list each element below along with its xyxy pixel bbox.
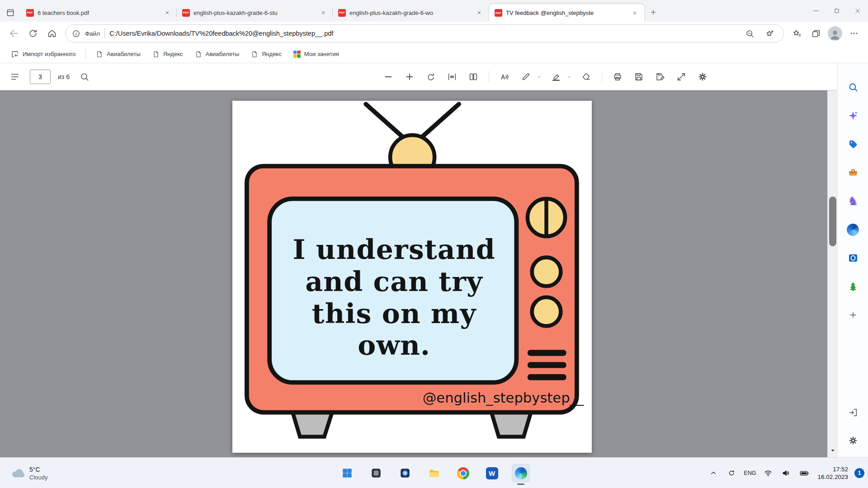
sidebar-panel-toggle-icon[interactable] [843,402,863,423]
pdf-file-icon: PDF [26,9,34,17]
chrome-icon[interactable] [454,464,472,482]
favorites-bar: Импорт избранного Авиабилеты Яндекс Авиа… [0,45,868,63]
tray-chevron-up-icon[interactable] [707,465,720,481]
fit-to-width-button[interactable] [444,69,460,84]
toolbox-icon[interactable] [843,162,863,183]
collections-button[interactable] [807,24,826,43]
favorites-hub-button[interactable] [788,24,807,43]
word-icon[interactable]: W [483,464,501,482]
tab-1[interactable]: PDF 6 teachers book.pdf [21,4,177,22]
profile-avatar[interactable] [826,24,844,43]
wifi-icon[interactable] [761,465,775,481]
close-window-button[interactable] [847,0,868,22]
print-button[interactable] [610,69,625,84]
save-as-button[interactable] [652,69,668,84]
new-tab-button[interactable] [645,4,662,21]
vertical-scrollbar[interactable] [827,63,837,457]
outlook-icon[interactable] [843,248,863,268]
toc-menu-icon[interactable] [7,69,23,84]
tab-close-icon[interactable] [163,9,171,17]
favorite-moi-zanyatiya[interactable]: Мои занятия [289,48,344,60]
highlighter-options-chevron-icon[interactable] [566,70,573,83]
sidebar-add-icon[interactable] [843,305,863,325]
tray-sync-icon[interactable] [725,465,738,481]
tab-2[interactable]: PDF english-plus-kazakh-grade-6-stu [177,4,333,22]
tv-text-line: I understand [292,234,495,265]
word-letter: W [486,467,498,479]
add-favorite-icon[interactable] [762,26,777,41]
tray-clock[interactable]: 17:52 16.02.2023 [816,465,850,481]
zoom-indicator-icon[interactable] [742,26,757,41]
window-controls [806,0,868,22]
tab-close-icon[interactable] [631,9,639,17]
pen-tool-button[interactable] [518,69,533,84]
pdf-viewer-area[interactable]: I understand and can try this on my own.… [0,90,827,457]
tab-title: english-plus-kazakh-grade-6-wo [349,9,472,16]
favorite-yandex-2[interactable]: Яндекс [246,48,286,60]
tab-actions-menu-button[interactable] [0,4,21,22]
weather-widget[interactable]: 5°C Cloudy [6,458,51,488]
toolbar-separator [489,71,489,83]
favorite-label: Авиабилеты [107,51,140,57]
pdf-settings-gear-icon[interactable] [695,69,710,84]
volume-icon[interactable] [779,465,793,481]
language-indicator[interactable]: ENG [743,470,757,476]
pdf-page[interactable]: I understand and can try this on my own.… [232,101,592,453]
favorite-import[interactable]: Импорт избранного [6,48,80,61]
page-number-input[interactable] [30,70,51,84]
address-divider [104,28,105,38]
dark-app-icon[interactable] [367,464,385,482]
favorite-aviabilety-2[interactable]: Авиабилеты [190,48,244,60]
pdf-file-icon: PDF [338,9,346,17]
games-knight-icon[interactable]: ♞ [843,191,863,211]
address-bar[interactable]: Файл C:/Users/Evrika/Downloads/TV%20feed… [65,24,784,42]
tab-3[interactable]: PDF english-plus-kazakh-grade-6-wo [333,4,489,22]
tab-close-icon[interactable] [319,9,327,17]
copilot-sparkle-icon[interactable] [843,105,863,126]
zoom-out-button[interactable] [381,69,396,84]
edge-icon[interactable] [512,464,530,482]
home-button[interactable] [42,24,61,43]
highlighter-tool-button[interactable] [548,69,564,84]
sidebar-settings-gear-icon[interactable] [843,430,863,451]
favorite-yandex-1[interactable]: Яндекс [148,48,188,60]
tab-close-icon[interactable] [475,9,483,17]
system-tray: ENG 17:52 16.02.2023 1 [707,458,864,488]
battery-icon[interactable] [797,465,811,481]
speaker-bar [528,362,566,368]
pen-options-chevron-icon[interactable] [535,70,542,83]
tab-4-active[interactable]: PDF TV feedback @english_stepbyste [489,4,645,22]
sidebar-search-icon[interactable] [843,77,863,98]
settings-more-button[interactable] [844,24,863,43]
info-icon[interactable] [72,29,80,38]
page-view-button[interactable] [466,69,481,84]
pdf-toolbar: из 6 [0,63,837,90]
minimize-button[interactable] [806,0,826,22]
shopping-tag-icon[interactable] [843,134,863,155]
rotate-button[interactable] [423,69,439,84]
eraser-button[interactable] [579,69,594,84]
tray-date: 16.02.2023 [817,473,848,481]
save-button[interactable] [631,69,646,84]
back-button[interactable] [5,24,24,43]
maximize-button[interactable] [826,0,847,22]
notification-count-badge[interactable]: 1 [854,468,864,478]
search-icon[interactable] [77,69,92,84]
url-text[interactable]: C:/Users/Evrika/Downloads/TV%20feedback%… [109,30,737,37]
zoom-in-button[interactable] [402,69,417,84]
tv-illustration: I understand and can try this on my own.… [232,101,592,453]
read-aloud-button[interactable] [497,69,512,84]
scroll-down-icon[interactable] [828,446,838,455]
video-app-icon[interactable] [396,464,414,482]
tab-title: TV feedback @english_stepbyste [506,9,627,16]
m365-copilot-icon[interactable] [843,219,863,240]
scrollbar-thumb[interactable] [829,197,836,246]
start-button[interactable] [338,464,356,482]
favorite-label: Импорт избранного [23,51,75,57]
speaker-bar [528,374,566,380]
tree-app-icon[interactable] [843,276,863,297]
fullscreen-button[interactable] [674,69,689,84]
favorite-aviabilety-1[interactable]: Авиабилеты [91,48,145,60]
file-explorer-icon[interactable] [425,464,443,482]
refresh-button[interactable] [24,24,42,43]
